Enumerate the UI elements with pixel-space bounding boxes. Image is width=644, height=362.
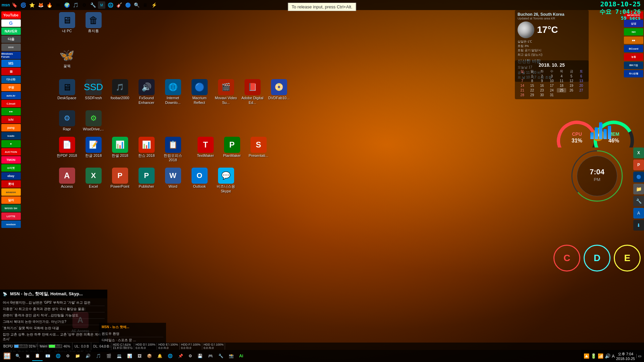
- top-icon-16[interactable]: 🖥: [142, 1, 149, 9]
- cal-day[interactable]: 27: [577, 88, 586, 93]
- cal-day[interactable]: 1: [527, 74, 537, 78]
- desktop-icon-adobe-digital[interactable]: 📕 Adobe Digital Ed...: [240, 78, 265, 106]
- cal-day[interactable]: 31: [547, 93, 556, 97]
- tb-app-11[interactable]: 🖼: [135, 351, 144, 361]
- desktop-icon-textmaker[interactable]: T TextMaker: [193, 135, 218, 164]
- cal-day[interactable]: 29: [527, 93, 537, 97]
- desktop-icon-hansho[interactable]: 📊 한쇼 2018: [134, 135, 159, 164]
- desktop-icon-deskspace[interactable]: 🖥 DeskSpace: [54, 78, 79, 106]
- desktop-icon-fxsound[interactable]: 🔊 FxSound Enhancer: [134, 78, 159, 106]
- desktop-icon-ssdfresh[interactable]: SSD SSDFresh: [81, 78, 106, 106]
- news-item-6[interactable]: 집안 교촌 상투. 는란 하루 만에 사표... 교촌 '상무 관련 의혹은 계…: [3, 331, 105, 343]
- cal-day[interactable]: 26: [567, 88, 576, 93]
- sidebar-amazon[interactable]: amazon: [1, 188, 21, 196]
- sidebar-item5[interactable]: ■■■: [1, 44, 21, 51]
- sm-icon-folder[interactable]: 📁: [633, 184, 644, 194]
- desktop-icon-movavi[interactable]: 🎬 Movavi Video Su...: [213, 78, 238, 106]
- tb-app-20[interactable]: 📸: [226, 351, 236, 361]
- tb-app-18[interactable]: 🎮: [205, 351, 216, 361]
- sm-icon-db[interactable]: 🔵: [633, 172, 644, 182]
- tb-app-3[interactable]: 🌐: [53, 351, 63, 361]
- cal-day[interactable]: 3: [547, 74, 556, 78]
- desktop-icon-recycle[interactable]: 🗑 휴지통: [81, 11, 106, 35]
- sidebar-ms[interactable]: MS: [1, 60, 21, 67]
- sm-icon-person[interactable]: A: [633, 208, 644, 219]
- sidebar-gmarket[interactable]: G마켓: [1, 164, 21, 172]
- cal-day[interactable]: 12: [567, 79, 576, 83]
- desktop-icon-planmaker[interactable]: P PlanMaker: [219, 135, 245, 164]
- sidebar-item22[interactable]: 롯데: [1, 180, 21, 188]
- top-icon-1[interactable]: 🔖: [11, 1, 18, 9]
- tray-icon-2[interactable]: 🔋: [591, 353, 596, 359]
- cal-day[interactable]: 21: [518, 88, 527, 93]
- cal-day[interactable]: 15: [527, 83, 537, 88]
- cal-day[interactable]: 16: [537, 83, 547, 88]
- tb-taskview-btn[interactable]: ▣: [23, 351, 32, 361]
- desktop-icon-internet-download[interactable]: 🌐 Internet Downlo...: [160, 78, 185, 106]
- top-icon-6[interactable]: ✉: [54, 1, 62, 9]
- tb-app-16[interactable]: ⚙: [186, 351, 195, 361]
- cal-day[interactable]: 6: [577, 74, 586, 78]
- tb-app-1[interactable]: 📋: [32, 351, 43, 361]
- cal-day[interactable]: 11: [557, 79, 566, 83]
- sidebar-auction[interactable]: AUCTION: [1, 148, 21, 156]
- cal-day[interactable]: 2: [537, 74, 547, 78]
- desktop-icon-macrium[interactable]: 🔵 Macrium Reflect: [187, 78, 212, 106]
- news-item-4[interactable]: 그래서 북대의 논란 국어인가요. 아닌가요?: [3, 319, 105, 325]
- cal-day[interactable]: 22: [527, 88, 537, 93]
- sidebar-tmon[interactable]: TMON: [1, 156, 21, 164]
- desktop-icon-presentations[interactable]: S Presentati...: [246, 135, 271, 164]
- sidebar-ebay[interactable]: ebay: [1, 172, 21, 180]
- cal-day[interactable]: 7: [518, 79, 527, 83]
- sm-icon-tool[interactable]: 🔧: [633, 196, 644, 206]
- sidebar-cjmall[interactable]: CJmall: [1, 100, 21, 107]
- sidebar-naver[interactable]: NAVER: [1, 27, 21, 35]
- tray-icon-1[interactable]: 🔼: [584, 353, 589, 359]
- news-item-3[interactable]: 관련이 '충격과 경인 금지 적극'...감만팀들 가능성도: [3, 312, 105, 319]
- tb-app-8[interactable]: 🎬: [104, 351, 114, 361]
- desktop-icon-hangul[interactable]: 📝 한글 2018: [81, 135, 106, 164]
- top-icon-3[interactable]: ⭐: [28, 1, 36, 9]
- tb-app-17[interactable]: 💾: [195, 351, 205, 361]
- top-icon-2[interactable]: 🌀: [19, 1, 27, 9]
- cal-day[interactable]: 14: [518, 83, 527, 88]
- sidebar-needson[interactable]: needson: [1, 221, 21, 228]
- cal-day[interactable]: 5: [567, 74, 576, 78]
- sidebar-item14[interactable]: ichi: [1, 116, 21, 123]
- sidebar-item10[interactable]: 쿠팡: [1, 84, 21, 91]
- top-icon-17[interactable]: ⚡: [150, 1, 158, 9]
- sidebar-item8[interactable]: ⊞: [1, 68, 21, 75]
- cal-day[interactable]: 8: [527, 79, 537, 83]
- cal-day[interactable]: 30: [537, 93, 547, 97]
- sidebar-icado[interactable]: icado: [1, 132, 21, 139]
- tray-icon-lang[interactable]: A: [612, 354, 615, 359]
- desktop-icon-access[interactable]: A Access: [54, 166, 79, 194]
- sm-icon-download[interactable]: ⬇: [633, 220, 644, 231]
- sidebar-youtube[interactable]: YouTube: [1, 11, 21, 19]
- news-item-1[interactable]: 여서 6번됐지만...김 남편은 'GPS' 부착하고 '가발' 쓰고 잡은: [3, 300, 105, 306]
- desktop-icon-dvdfab[interactable]: 📀 DVDFab10...: [266, 78, 291, 106]
- desktop-icon-hanpdf[interactable]: 📄 한PDF 2018: [54, 135, 79, 164]
- top-icon-7[interactable]: 🌍: [63, 1, 70, 9]
- sidebar-google[interactable]: G: [1, 19, 21, 27]
- sidebar-wgss[interactable]: WGSS SH: [1, 204, 21, 212]
- tb-app-12[interactable]: 📦: [144, 351, 155, 361]
- cal-day[interactable]: 17: [547, 83, 556, 88]
- cal-day[interactable]: 19: [567, 83, 576, 88]
- cal-day[interactable]: 10: [547, 79, 556, 83]
- tb-app-10[interactable]: 📊: [124, 351, 135, 361]
- cal-day[interactable]: 28: [518, 93, 527, 97]
- news-right-item-1[interactable]: 윈도우 환영: [102, 331, 163, 337]
- cal-day[interactable]: [518, 74, 527, 78]
- sidebar-item15[interactable]: pang: [1, 124, 21, 131]
- right-logo-5[interactable]: BCcard: [624, 45, 643, 52]
- tb-search-btn[interactable]: 🔍: [13, 351, 23, 361]
- desktop-icon-hancom[interactable]: 📋 한컴오피스 2018: [160, 135, 185, 164]
- cal-day[interactable]: 24: [547, 88, 556, 93]
- tray-show-desktop[interactable]: ▭: [636, 354, 641, 358]
- desktop-icon-publisher[interactable]: P Publisher: [134, 166, 159, 194]
- sm-icon-ppt[interactable]: P: [633, 160, 644, 170]
- tb-app-6[interactable]: 🔊: [83, 351, 93, 361]
- cal-day[interactable]: 13: [577, 79, 586, 83]
- sidebar-auto[interactable]: auto.kr: [1, 92, 21, 99]
